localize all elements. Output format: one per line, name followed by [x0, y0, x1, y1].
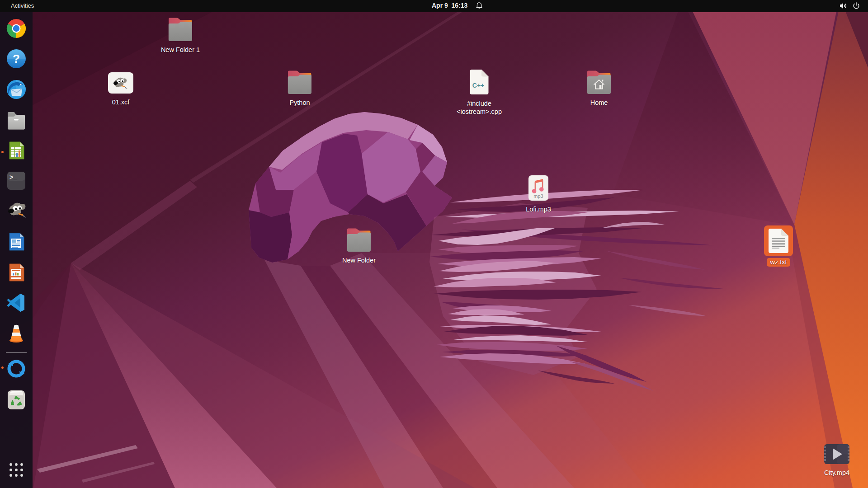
- svg-text:?: ?: [13, 52, 20, 66]
- svg-text:mp3: mp3: [533, 193, 543, 199]
- svg-text:>_: >_: [9, 174, 17, 181]
- svg-text:C++: C++: [472, 82, 484, 89]
